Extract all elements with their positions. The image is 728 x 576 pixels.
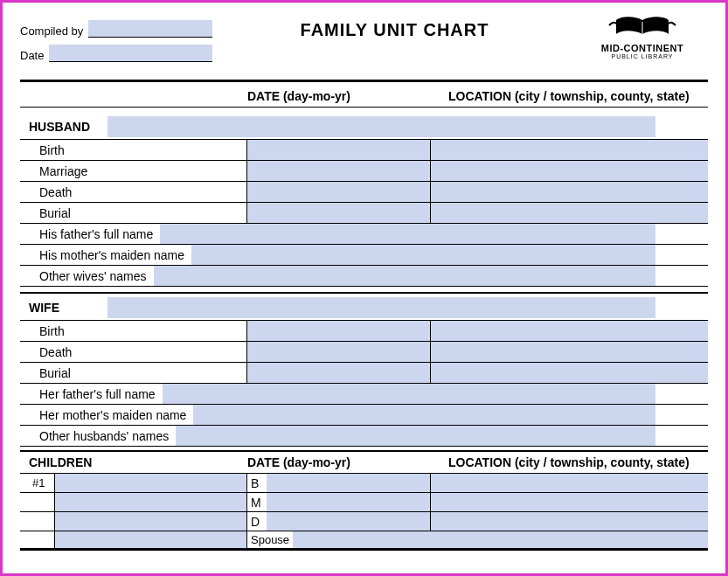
- wife-other-husbands-input[interactable]: [176, 426, 655, 446]
- husband-other-wives-label: Other wives' names: [20, 266, 154, 286]
- wife-label: WIFE: [20, 301, 107, 315]
- husband-birth-label: Birth: [20, 140, 247, 160]
- husband-header: HUSBAND: [20, 113, 708, 140]
- husband-father-label: His father's full name: [20, 224, 160, 244]
- child-1-birth-location-input[interactable]: [431, 474, 708, 492]
- child-1-spouse-input[interactable]: [293, 531, 708, 548]
- compiled-info: Compiled by Date: [20, 15, 212, 69]
- wife-mother-label: Her mother's maiden name: [20, 405, 193, 425]
- date-column-header: DATE (day-mo-yr): [247, 89, 431, 103]
- children-label: CHILDREN: [20, 455, 247, 469]
- child-1-marriage-location-input[interactable]: [431, 493, 708, 511]
- husband-death-date-input[interactable]: [247, 182, 431, 202]
- child-1-number: #1: [20, 474, 55, 492]
- wife-mother-input[interactable]: [193, 405, 655, 425]
- child-1-death-date-input[interactable]: [267, 512, 431, 531]
- children-header: CHILDREN DATE (day-mo-yr) LOCATION (city…: [20, 450, 708, 474]
- wife-burial-date-input[interactable]: [247, 363, 431, 383]
- logo-text-1: MID-CONTINENT: [577, 43, 708, 53]
- child-1-spouse-row: Spouse: [20, 531, 708, 551]
- compiled-by-label: Compiled by: [20, 24, 83, 38]
- child-1-death-code: D: [247, 512, 267, 531]
- husband-label: HUSBAND: [20, 120, 107, 134]
- children-location-header: LOCATION (city / township, county, state…: [431, 455, 708, 469]
- compiled-date-label: Date: [20, 49, 44, 62]
- husband-name-input[interactable]: [107, 116, 655, 137]
- location-column-header: LOCATION (city / township, county, state…: [431, 89, 708, 103]
- child-1-name-input[interactable]: [55, 474, 247, 492]
- form-container: Compiled by Date FAMILY UNIT CHART MID-C…: [0, 0, 728, 576]
- child-1-marriage-row: M: [20, 493, 708, 512]
- wife-burial-row: Burial: [20, 363, 708, 384]
- wife-father-row: Her father's full name: [20, 384, 708, 405]
- wife-name-input[interactable]: [107, 297, 655, 318]
- compiled-by-input[interactable]: [88, 20, 212, 38]
- husband-birth-date-input[interactable]: [247, 140, 431, 160]
- compiled-date-input[interactable]: [49, 45, 212, 62]
- husband-other-wives-input[interactable]: [154, 266, 656, 286]
- wife-other-husbands-label: Other husbands' names: [20, 426, 176, 446]
- wife-death-location-input[interactable]: [431, 342, 708, 362]
- husband-other-wives-row: Other wives' names: [20, 266, 708, 287]
- husband-death-location-input[interactable]: [431, 182, 708, 202]
- library-logo: MID-CONTINENT PUBLIC LIBRARY: [577, 15, 708, 59]
- page-title: FAMILY UNIT CHART: [212, 15, 577, 40]
- child-1-birth-row: #1 B: [20, 474, 708, 493]
- husband-father-row: His father's full name: [20, 224, 708, 245]
- husband-birth-location-input[interactable]: [431, 140, 708, 160]
- husband-burial-row: Burial: [20, 203, 708, 224]
- child-1-marriage-date-input[interactable]: [267, 493, 431, 511]
- wife-birth-row: Birth: [20, 321, 708, 342]
- child-1-birth-code: B: [247, 474, 267, 492]
- husband-mother-row: His mother's maiden name: [20, 245, 708, 266]
- wife-birth-date-input[interactable]: [247, 321, 431, 341]
- wife-death-date-input[interactable]: [247, 342, 431, 362]
- wife-burial-label: Burial: [20, 363, 247, 383]
- husband-marriage-date-input[interactable]: [247, 161, 431, 181]
- wife-father-input[interactable]: [163, 384, 655, 404]
- book-icon: [607, 15, 677, 41]
- wife-death-row: Death: [20, 342, 708, 363]
- wife-birth-label: Birth: [20, 321, 247, 341]
- husband-father-input[interactable]: [160, 224, 655, 244]
- column-headers: DATE (day-mo-yr) LOCATION (city / townsh…: [20, 82, 708, 107]
- husband-marriage-row: Marriage: [20, 161, 708, 182]
- husband-marriage-label: Marriage: [20, 161, 247, 181]
- wife-death-label: Death: [20, 342, 247, 362]
- husband-marriage-location-input[interactable]: [431, 161, 708, 181]
- child-1-spouse-label: Spouse: [247, 531, 293, 548]
- wife-birth-location-input[interactable]: [431, 321, 708, 341]
- children-date-header: DATE (day-mo-yr): [247, 455, 431, 469]
- husband-death-row: Death: [20, 182, 708, 203]
- husband-death-label: Death: [20, 182, 247, 202]
- child-1-marriage-code: M: [247, 493, 267, 511]
- wife-mother-row: Her mother's maiden name: [20, 405, 708, 426]
- child-1-birth-date-input[interactable]: [267, 474, 431, 492]
- wife-burial-location-input[interactable]: [431, 363, 708, 383]
- logo-text-2: PUBLIC LIBRARY: [577, 53, 708, 59]
- husband-burial-location-input[interactable]: [431, 203, 708, 223]
- wife-header: WIFE: [20, 292, 708, 321]
- husband-mother-label: His mother's maiden name: [20, 245, 191, 265]
- husband-burial-date-input[interactable]: [247, 203, 431, 223]
- husband-mother-input[interactable]: [191, 245, 655, 265]
- child-1-death-row: D: [20, 512, 708, 531]
- child-1-death-location-input[interactable]: [431, 512, 708, 531]
- husband-birth-row: Birth: [20, 140, 708, 161]
- wife-other-husbands-row: Other husbands' names: [20, 426, 708, 447]
- husband-burial-label: Burial: [20, 203, 247, 223]
- form-header: Compiled by Date FAMILY UNIT CHART MID-C…: [20, 15, 708, 69]
- wife-father-label: Her father's full name: [20, 384, 163, 404]
